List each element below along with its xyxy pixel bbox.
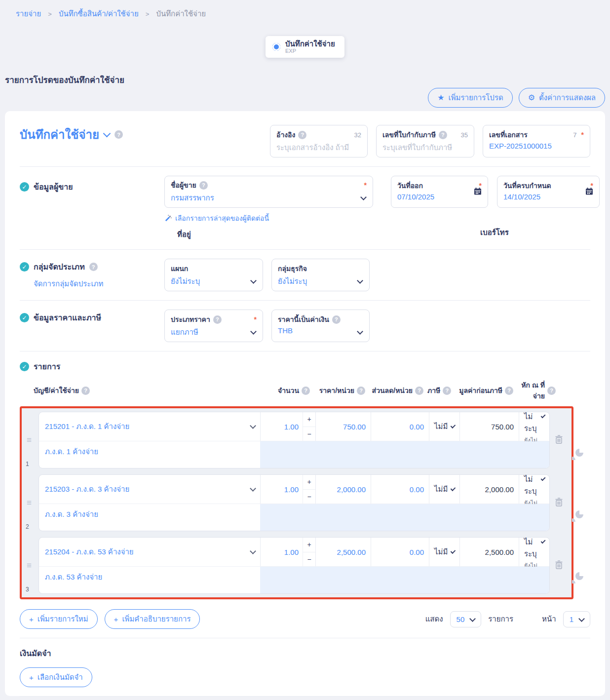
chevron-down-icon [578,616,585,622]
business-group-value: ยังไม่ระบุ [278,275,363,287]
discount-field[interactable]: 0.00 [371,538,429,566]
vat-select[interactable]: ไม่มี [429,538,459,566]
qty-value[interactable]: 1.00 [266,548,303,556]
tax-invoice-no-counter: 35 [461,131,468,139]
qty-stepper[interactable]: + − [303,475,315,504]
account-select[interactable]: 215203 - ภ.ง.ด. 3 ค้างจ่าย [39,475,260,504]
help-icon[interactable]: ? [439,131,447,139]
qty-increase-button[interactable]: + [303,538,315,552]
help-icon[interactable]: ? [302,387,310,395]
qty-value[interactable]: 1.00 [266,485,303,494]
wht-select[interactable]: ยังไม่ระบุ ยังไม่ระบุ [519,412,550,441]
help-icon[interactable]: ? [547,387,556,395]
doc-type-title: บันทึกค่าใช้จ่าย [285,40,335,48]
reference-field[interactable]: อ้างอิง ? 32 ระบุเอกสารอ้างอิง ถ้ามี [270,125,368,157]
help-icon[interactable]: ? [298,131,306,139]
account-value: 215203 - ภ.ง.ด. 3 ค้างจ่าย [45,483,129,495]
per-page-select[interactable]: 50 [450,611,482,627]
pre-tax-amount: 2,000.00 [459,475,519,504]
select-deposit-button[interactable]: + เลือกเงินมัดจำ [20,667,92,687]
business-group-select[interactable]: กลุ่มธุรกิจ ยังไม่ระบุ [271,259,370,291]
item-description-extra-area[interactable] [260,441,549,468]
issue-date-field[interactable]: วันที่ออก * 07/10/2025 [391,176,488,208]
tax-invoice-no-placeholder[interactable]: ระบุเลขที่ใบกำกับภาษี [382,142,468,154]
discount-value: 0.00 [410,423,424,431]
help-icon[interactable]: ? [357,387,365,395]
qty-field[interactable]: 1.00 + − [260,538,315,566]
account-select[interactable]: 215201 - ภ.ง.ด. 1 ค้างจ่าย [39,412,260,441]
qty-field[interactable]: 1.00 + − [260,412,315,441]
item-description[interactable]: ภ.ง.ด. 1 ค้างจ่าย [39,441,260,468]
radio-selected-icon[interactable] [272,43,280,51]
item-row: ≡ 1 215201 - ภ.ง.ด. 1 ค้างจ่าย 1.00 + − [26,412,568,468]
tax-invoice-no-field[interactable]: เลขที่ใบกำกับภาษี ? 35 ระบุเลขที่ใบกำกับ… [376,125,474,157]
display-settings-button[interactable]: ⚙ ตั้งค่าการแสดงผล [519,88,605,108]
department-select[interactable]: แผนก ยังไม่ระบุ [164,259,263,291]
qty-decrease-button[interactable]: − [303,490,315,504]
help-icon[interactable]: ? [89,263,98,271]
seller-name-select[interactable]: ชื่อผู้ขาย ? * กรมสรรพากร [164,176,373,208]
page-select[interactable]: 1 [563,611,590,627]
wht-select[interactable]: ยังไม่ระบุ ยังไม่ระบุ [519,538,550,566]
help-icon[interactable]: ? [81,387,90,395]
form-title-dropdown[interactable]: บันทึกค่าใช้จ่าย ? [20,125,123,144]
item-description[interactable]: ภ.ง.ด. 53 ค้างจ่าย [39,567,260,593]
reference-placeholder[interactable]: ระบุเอกสารอ้างอิง ถ้ามี [276,142,361,154]
account-value: 215201 - ภ.ง.ด. 1 ค้างจ่าย [45,421,129,432]
add-favorite-button[interactable]: ★ เพิ่มรายการโปรด [428,88,512,108]
breadcrumb-purchase-expense[interactable]: บันทึกซื้อสินค้า/ค่าใช้จ่าย [59,8,139,20]
row-number: 3 [26,586,29,593]
calendar-icon[interactable] [474,187,482,196]
chevron-down-icon [541,413,546,418]
qty-field[interactable]: 1.00 + − [260,475,315,504]
qty-increase-button[interactable]: + [303,475,315,490]
help-icon[interactable]: ? [332,315,341,324]
chevron-down-icon [451,423,456,428]
vat-select[interactable]: ไม่มี [429,475,459,504]
document-no-value[interactable]: EXP-20251000015 [489,142,584,150]
unit-price-field[interactable]: 750.00 [315,412,371,441]
help-icon[interactable]: ? [415,387,423,395]
qty-decrease-button[interactable]: − [303,427,315,441]
doc-type-card[interactable]: บันทึกค่าใช้จ่าย EXP [266,36,344,58]
address-label: ที่อยู่ [177,229,480,240]
per-page-value: 50 [457,615,465,623]
delete-row-icon[interactable] [555,435,563,445]
item-description[interactable]: ภ.ง.ด. 3 ค้างจ่าย [39,504,260,531]
qty-value[interactable]: 1.00 [266,423,303,431]
currency-select[interactable]: ราคานี้เป็นค่าเงิน ? THB [271,310,370,342]
add-item-button[interactable]: + เพิ่มรายการใหม่ [20,609,98,629]
due-date-field[interactable]: วันที่ครบกำหนด * 14/10/2025 [497,176,600,208]
item-description-extra-area[interactable] [260,567,549,593]
wht-select[interactable]: ยังไม่ระบุ ยังไม่ระบุ [519,475,550,504]
unit-price-field[interactable]: 2,500.00 [315,538,371,566]
check-circle-icon: ✓ [20,362,29,371]
qty-stepper[interactable]: + − [303,538,315,566]
drag-handle-icon[interactable]: ≡ [27,561,31,571]
breadcrumb-expenses[interactable]: รายจ่าย [16,8,41,20]
help-icon[interactable]: ? [199,181,208,190]
qty-decrease-button[interactable]: − [303,552,315,567]
delete-row-icon[interactable] [555,560,563,571]
document-no-field[interactable]: เลขที่เอกสาร 7 * EXP-20251000015 [483,125,590,157]
vat-select[interactable]: ไม่มี [429,412,459,441]
add-item-description-button[interactable]: + เพิ่มคำอธิบายรายการ [105,609,200,629]
delete-row-icon[interactable] [555,498,563,508]
help-icon[interactable]: ? [505,387,513,395]
price-type-select[interactable]: ประเภทราคา ? * แยกภาษี [164,310,263,342]
qty-increase-button[interactable]: + [303,412,315,427]
drag-handle-icon[interactable]: ≡ [27,435,31,445]
help-icon[interactable]: ? [114,130,123,139]
account-select[interactable]: 215204 - ภ.ง.ด. 53 ค้างจ่าย [39,538,260,566]
discount-field[interactable]: 0.00 [371,412,429,441]
unit-price-field[interactable]: 2,000.00 [315,475,371,504]
manage-classification-link[interactable]: จัดการกลุ่มจัดประเภท [34,278,164,290]
item-description-extra-area[interactable] [260,504,549,531]
qty-stepper[interactable]: + − [303,412,315,441]
drag-handle-icon[interactable]: ≡ [27,498,31,508]
help-icon[interactable]: ? [443,387,451,395]
calendar-icon[interactable] [585,187,593,196]
discount-field[interactable]: 0.00 [371,475,429,504]
recent-contact-link[interactable]: เลือกรายการล่าสุดของผู้ติดต่อนี้ [164,213,480,224]
help-icon[interactable]: ? [213,315,222,324]
